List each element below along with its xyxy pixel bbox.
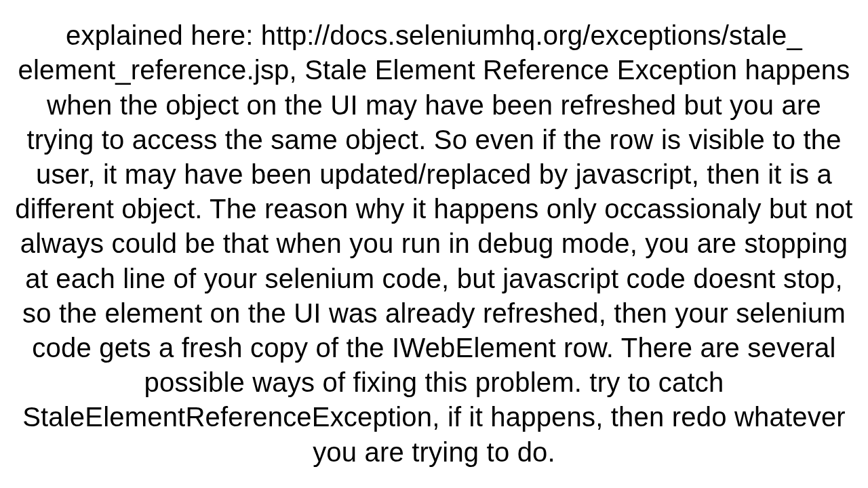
body-text: explained here: http://docs.seleniumhq.o… xyxy=(14,18,854,469)
page: explained here: http://docs.seleniumhq.o… xyxy=(0,0,868,488)
